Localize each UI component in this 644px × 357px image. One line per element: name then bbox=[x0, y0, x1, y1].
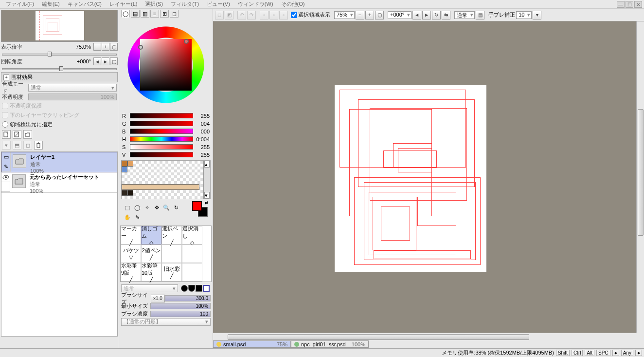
rotate-left-button[interactable]: ◄ bbox=[412, 11, 421, 19]
horizontal-scrollbar[interactable] bbox=[213, 333, 636, 340]
rotate-left-button[interactable]: ◄ bbox=[93, 57, 101, 65]
brush-bucket[interactable]: バケツ▽ bbox=[121, 244, 141, 263]
hsv-tab[interactable]: ▥ bbox=[141, 10, 149, 18]
swatch-palette[interactable]: ▴▾ bbox=[121, 160, 211, 199]
menu-edit[interactable]: 編集(E) bbox=[38, 0, 64, 9]
scratch-tab[interactable]: ◻ bbox=[170, 10, 179, 18]
brush-empty[interactable] bbox=[161, 244, 182, 263]
rotate-tool[interactable]: ↻ bbox=[172, 203, 180, 212]
layer-item[interactable]: ▭✎ レイヤー1通常100% bbox=[1, 152, 117, 172]
menu-canvas[interactable]: キャンバス(C) bbox=[64, 0, 106, 9]
brush-watercolor-10[interactable]: 水彩筆 10版╱ bbox=[141, 263, 161, 282]
zoom-slider[interactable] bbox=[2, 52, 117, 56]
v-slider[interactable] bbox=[130, 152, 193, 157]
rotate-right-button[interactable]: ► bbox=[422, 11, 431, 19]
lasso-tool[interactable]: ◯ bbox=[133, 203, 142, 212]
menu-view[interactable]: ビュー(V) bbox=[203, 0, 234, 9]
g-slider[interactable] bbox=[130, 121, 193, 126]
new-folder-button[interactable] bbox=[23, 130, 32, 139]
brush-marker[interactable]: マーカー╱ bbox=[121, 226, 141, 244]
stabilizer-opt-button[interactable]: ▾ bbox=[533, 11, 541, 19]
menu-select[interactable]: 選択(S) bbox=[141, 0, 167, 9]
menu-window[interactable]: ウィンドウ(W) bbox=[234, 0, 277, 9]
gray-tab[interactable]: ≡ bbox=[150, 10, 159, 18]
tip-square[interactable] bbox=[196, 285, 202, 292]
visibility-icon[interactable]: ▭ bbox=[2, 152, 10, 162]
new-linework-button[interactable] bbox=[13, 130, 21, 139]
foreground-color[interactable] bbox=[192, 201, 202, 211]
zoom-tool[interactable]: 🔍 bbox=[162, 203, 171, 212]
size-slider[interactable]: 300.0 bbox=[165, 295, 211, 301]
density-slider[interactable]: 100 bbox=[150, 311, 211, 317]
mode-field[interactable]: 通常 bbox=[454, 11, 475, 19]
tip-outline[interactable] bbox=[203, 285, 210, 292]
visibility-icon[interactable] bbox=[1, 172, 10, 182]
magic-wand-tool[interactable]: ✧ bbox=[143, 203, 151, 212]
min-size-slider[interactable]: 100% bbox=[150, 303, 211, 309]
rotation-slider[interactable] bbox=[2, 66, 117, 71]
brush-eraser[interactable]: 消しゴム◇ bbox=[141, 226, 161, 244]
brush-empty[interactable] bbox=[182, 244, 202, 263]
menu-file[interactable]: ファイル(F) bbox=[2, 0, 38, 9]
zoom-reset-button[interactable]: ▢ bbox=[110, 43, 118, 51]
brush-select-pen[interactable]: 選択ペン╱ bbox=[161, 226, 182, 244]
preserve-opacity-checkbox[interactable]: 不透明度保護 bbox=[2, 102, 117, 110]
swatch-scrollbar[interactable]: ▴▾ bbox=[203, 161, 210, 199]
zoom-field[interactable]: 75% bbox=[334, 11, 355, 19]
maximize-button[interactable]: ☐ bbox=[626, 1, 633, 8]
tip-round[interactable] bbox=[181, 285, 188, 292]
r-slider[interactable] bbox=[130, 113, 193, 118]
s-slider[interactable] bbox=[130, 144, 193, 150]
file-tab[interactable]: small.psd75% bbox=[213, 340, 291, 348]
colorwheel-tab[interactable]: ◯ bbox=[121, 10, 130, 18]
brush-select-eraser[interactable]: 選択消し◇ bbox=[182, 226, 202, 244]
brush-empty[interactable] bbox=[182, 263, 202, 282]
shape-dropdown[interactable]: 【通常の円形】 bbox=[121, 318, 211, 326]
layer-item[interactable]: 元からあったレイヤーセット通常100% bbox=[1, 172, 117, 193]
hand-tool[interactable]: ✋ bbox=[123, 213, 132, 222]
rotate-reset-button[interactable]: ▢ bbox=[110, 57, 118, 65]
delete-layer-button[interactable] bbox=[34, 141, 43, 150]
source-radio[interactable]: 領域検出元に指定 bbox=[2, 121, 117, 128]
brush-watercolor-9[interactable]: 水彩筆 9版╱ bbox=[121, 263, 141, 282]
rgb-tab[interactable]: ▤ bbox=[131, 10, 140, 18]
zoom-fit-button[interactable]: ▢ bbox=[375, 11, 384, 19]
blend-dropdown[interactable]: 通常 bbox=[28, 84, 117, 92]
show-selection-checkbox[interactable] bbox=[291, 12, 297, 18]
zoom-in-button[interactable]: + bbox=[365, 11, 374, 19]
tip-flat[interactable] bbox=[188, 285, 195, 292]
move-tool[interactable]: ✥ bbox=[152, 203, 161, 212]
swatches-tab[interactable]: ⊞ bbox=[160, 10, 169, 18]
minimize-button[interactable]: — bbox=[617, 1, 625, 8]
size-mult-button[interactable]: x1.0 bbox=[151, 295, 165, 302]
close-button[interactable]: ✕ bbox=[634, 1, 642, 8]
file-tab[interactable]: npc_girl01_ssr.psd100% bbox=[291, 340, 369, 348]
edit-icon[interactable]: ✎ bbox=[2, 162, 10, 172]
eyedropper-tool[interactable]: ✎ bbox=[133, 213, 142, 222]
angle-field[interactable]: +000° bbox=[388, 11, 411, 19]
zoom-out-button[interactable]: − bbox=[93, 43, 101, 51]
rect-select-tool[interactable]: ⬚ bbox=[123, 203, 132, 212]
color-swap[interactable]: ⇄ bbox=[192, 201, 208, 217]
mode-button[interactable]: ▤ bbox=[476, 11, 484, 19]
brush-mode-dropdown[interactable]: 通常 bbox=[121, 284, 178, 292]
zoom-out-button[interactable]: − bbox=[356, 11, 364, 19]
brush-old-watercolor[interactable]: 旧水彩╱ bbox=[161, 263, 182, 282]
h-slider[interactable] bbox=[130, 136, 193, 142]
stabilizer-field[interactable]: 10 bbox=[516, 11, 532, 19]
rotate-reset-button[interactable]: ↻ bbox=[432, 11, 441, 19]
menu-filter[interactable]: フィルタ(T) bbox=[167, 0, 203, 9]
b-slider[interactable] bbox=[130, 129, 193, 134]
menu-layer[interactable]: レイヤー(L) bbox=[106, 0, 141, 9]
menu-other[interactable]: その他(O) bbox=[277, 0, 309, 9]
flip-button[interactable]: ⇋ bbox=[442, 11, 450, 19]
vertical-scrollbar[interactable] bbox=[636, 21, 644, 333]
navigator[interactable] bbox=[1, 10, 118, 42]
canvas-viewport[interactable] bbox=[213, 21, 636, 333]
color-wheel[interactable] bbox=[121, 19, 211, 110]
clip-checkbox[interactable]: 下のレイヤーでクリッピング bbox=[2, 112, 79, 119]
new-layer-button[interactable] bbox=[2, 130, 11, 139]
rotate-right-button[interactable]: ► bbox=[102, 57, 109, 65]
zoom-in-button[interactable]: + bbox=[102, 43, 109, 51]
brush-binary[interactable]: 2値ペン╱ bbox=[141, 244, 161, 263]
